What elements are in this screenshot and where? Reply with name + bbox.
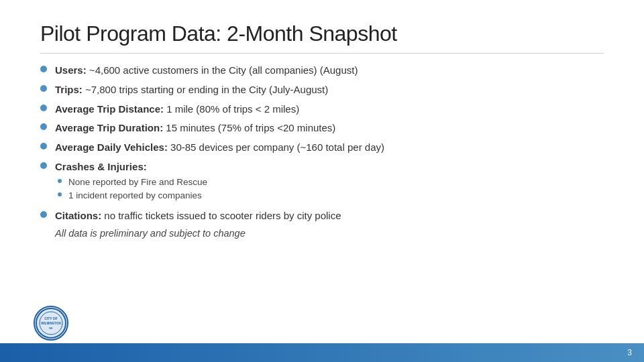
bullet-text: Citations: no traffic tickets issued to …: [55, 208, 604, 223]
bullet-bold: Citations:: [55, 210, 101, 221]
bullet-text: Crashes & Injuries: None reported by Fir…: [55, 160, 604, 204]
sub-dot-icon: [58, 192, 62, 196]
list-item: Average Trip Duration: 15 minutes (75% o…: [40, 121, 604, 135]
list-item: Users: ~4,600 active customers in the Ci…: [40, 63, 604, 78]
bullet-dot-icon: [40, 143, 47, 149]
divider: [40, 53, 604, 54]
bullet-text: Trips: ~7,800 trips starting or ending i…: [55, 82, 604, 97]
list-item: Trips: ~7,800 trips starting or ending i…: [40, 82, 604, 97]
sub-dot-icon: [58, 179, 62, 183]
list-item: Average Daily Vehicles: 30-85 devices pe…: [40, 140, 604, 155]
bullet-bold: Average Trip Duration:: [55, 122, 163, 133]
sub-item-text: None reported by Fire and Rescue: [68, 176, 207, 189]
bullet-dot-icon: [40, 123, 47, 130]
bullet-dot-icon: [40, 66, 47, 72]
bullet-text: Average Trip Distance: 1 mile (80% of tr…: [55, 102, 604, 117]
list-item: Crashes & Injuries: None reported by Fir…: [40, 160, 604, 204]
bullet-dot-icon: [40, 162, 47, 169]
sub-list-item: None reported by Fire and Rescue: [58, 176, 604, 189]
bullet-dot-icon: [40, 211, 47, 218]
slide-title: Pilot Program Data: 2-Month Snapshot: [40, 21, 604, 46]
logo: CITY OF WILMINGTON DE: [34, 306, 68, 341]
logo-seal: CITY OF WILMINGTON DE: [34, 306, 68, 341]
bullet-body: 15 minutes (75% of trips <20 minutes): [163, 122, 335, 133]
svg-text:DE: DE: [49, 326, 53, 330]
sub-item-text: 1 incident reported by companies: [68, 190, 202, 202]
bullet-body: no traffic tickets issued to scooter rid…: [101, 210, 341, 221]
svg-text:WILMINGTON: WILMINGTON: [41, 322, 60, 325]
bottom-bar: 3: [0, 343, 644, 362]
svg-text:CITY OF: CITY OF: [44, 316, 58, 320]
bullet-dot-icon: [40, 85, 47, 92]
bullet-text: Average Trip Duration: 15 minutes (75% o…: [55, 121, 604, 135]
page-number: 3: [627, 348, 632, 357]
bullet-text: Average Daily Vehicles: 30-85 devices pe…: [55, 140, 604, 155]
bullet-body: ~7,800 trips starting or ending in the C…: [83, 84, 328, 95]
footnote: All data is preliminary and subject to c…: [40, 228, 604, 239]
bullet-bold: Crashes & Injuries:: [55, 161, 147, 172]
seal-svg: CITY OF WILMINGTON DE: [35, 307, 67, 339]
list-item: Average Trip Distance: 1 mile (80% of tr…: [40, 102, 604, 117]
bullet-body: 1 mile (80% of trips < 2 miles): [164, 103, 299, 115]
bullet-body: ~4,600 active customers in the City (all…: [87, 64, 358, 76]
bullet-body: 30-85 devices per company (~160 total pe…: [168, 141, 384, 153]
bullet-bold: Average Daily Vehicles:: [55, 141, 168, 153]
bullet-text: Users: ~4,600 active customers in the Ci…: [55, 63, 604, 78]
sub-list: None reported by Fire and Rescue 1 incid…: [55, 176, 604, 203]
bullet-bold: Users:: [55, 64, 87, 76]
bullet-dot-icon: [40, 105, 47, 111]
slide: Pilot Program Data: 2-Month Snapshot Use…: [0, 0, 644, 362]
list-item: Citations: no traffic tickets issued to …: [40, 208, 604, 223]
bullet-list: Users: ~4,600 active customers in the Ci…: [40, 63, 604, 223]
sub-list-item: 1 incident reported by companies: [58, 190, 604, 202]
bullet-bold: Average Trip Distance:: [55, 103, 164, 115]
bullet-bold: Trips:: [55, 84, 83, 95]
